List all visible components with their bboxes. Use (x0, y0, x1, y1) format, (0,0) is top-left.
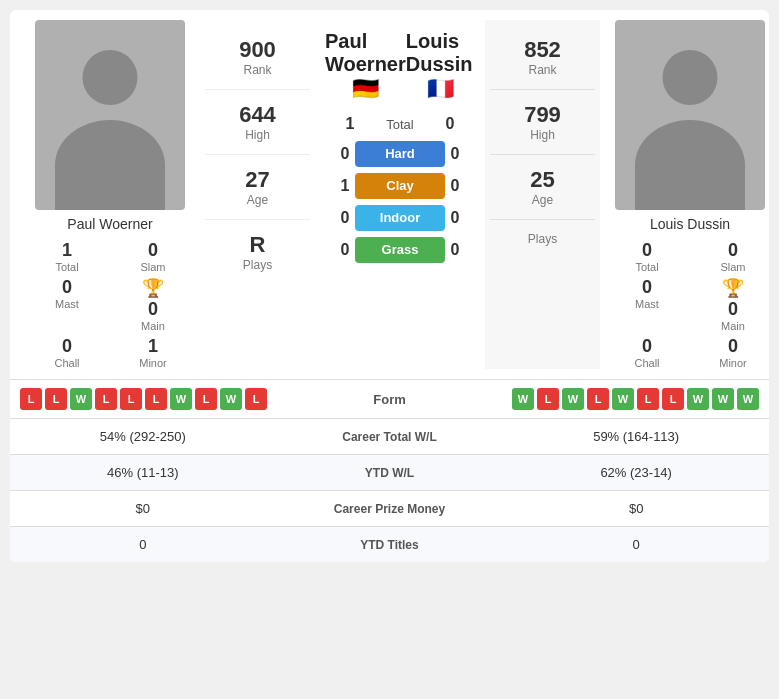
indoor-right: 0 (445, 209, 465, 227)
right-stats-grid: 0 Total 0 Slam 0 Mast 🏆 0 Main 0 (600, 240, 769, 369)
right-main-cell: 🏆 0 Main (696, 277, 769, 332)
left-high-value: 644 (210, 102, 305, 128)
right-mast-label: Mast (635, 298, 659, 310)
left-minor-label: Minor (139, 357, 167, 369)
avatar-head-right (663, 50, 718, 105)
indoor-row: 0 Indoor 0 (335, 205, 465, 231)
form-badge-left: L (245, 388, 267, 410)
right-plays-block: Plays (490, 220, 595, 258)
form-badges-left: LLWLLLWLWL (20, 388, 340, 410)
hard-right: 0 (445, 145, 465, 163)
left-high-label: High (210, 128, 305, 142)
right-rank-value: 852 (495, 37, 590, 63)
right-player-avatar (615, 20, 765, 210)
left-plays-block: R Plays (205, 220, 310, 284)
right-total-value: 0 (642, 240, 652, 261)
left-age-block: 27 Age (205, 155, 310, 220)
stat-left-value: 0 (10, 527, 276, 563)
left-total-label: Total (55, 261, 78, 273)
left-total-cell: 1 Total (30, 240, 104, 273)
form-badge-left: L (95, 388, 117, 410)
form-badge-left: W (220, 388, 242, 410)
right-rank-label: Rank (495, 63, 590, 77)
right-slam-cell: 0 Slam (696, 240, 769, 273)
left-slam-cell: 0 Slam (116, 240, 190, 273)
grass-button[interactable]: Grass (355, 237, 445, 263)
right-slam-label: Slam (720, 261, 745, 273)
right-mast-cell: 0 Mast (610, 277, 684, 332)
right-slam-value: 0 (728, 240, 738, 261)
right-trophy-icon: 🏆 (722, 277, 744, 299)
left-age-value: 27 (210, 167, 305, 193)
form-badges-right: WLWLWLLWWW (440, 388, 760, 410)
left-name-flag: Paul Woerner 🇩🇪 (325, 30, 406, 102)
left-player-avatar (35, 20, 185, 210)
avatar-body-left (55, 120, 165, 210)
form-badge-right: L (587, 388, 609, 410)
total-left: 1 (340, 115, 360, 133)
form-badge-left: L (45, 388, 67, 410)
left-player-name: Paul Woerner (67, 216, 152, 232)
right-player-name-big: Louis Dussin (406, 30, 475, 76)
stat-right-value: 0 (503, 527, 769, 563)
right-minor-cell: 0 Minor (696, 336, 769, 369)
left-detail-panel: 900 Rank 644 High 27 Age R Plays (200, 20, 315, 369)
career-stats-table: 54% (292-250) Career Total W/L 59% (164-… (10, 418, 769, 562)
stat-left-value: 54% (292-250) (10, 419, 276, 455)
right-rank-block: 852 Rank (490, 25, 595, 90)
right-total-label: Total (635, 261, 658, 273)
stat-left-value: $0 (10, 491, 276, 527)
left-main-label: Main (141, 320, 165, 332)
right-age-value: 25 (495, 167, 590, 193)
right-flag: 🇫🇷 (427, 76, 454, 102)
left-slam-value: 0 (148, 240, 158, 261)
form-badge-right: W (612, 388, 634, 410)
center-section: Paul Woerner 🇩🇪 Louis Dussin 🇫🇷 1 Total … (315, 20, 485, 369)
indoor-button[interactable]: Indoor (355, 205, 445, 231)
left-minor-cell: 1 Minor (116, 336, 190, 369)
left-rank-block: 900 Rank (205, 25, 310, 90)
stat-center-label: YTD Titles (276, 527, 504, 563)
hard-row: 0 Hard 0 (335, 141, 465, 167)
right-detail-panel: 852 Rank 799 High 25 Age Plays (485, 20, 600, 369)
left-total-value: 1 (62, 240, 72, 261)
stat-right-value: 59% (164-113) (503, 419, 769, 455)
form-badge-left: L (20, 388, 42, 410)
form-badge-left: L (195, 388, 217, 410)
grass-right: 0 (445, 241, 465, 259)
total-right: 0 (440, 115, 460, 133)
main-card: Paul Woerner 1 Total 0 Slam 0 Mast 🏆 0 (10, 10, 769, 562)
clay-button[interactable]: Clay (355, 173, 445, 199)
form-badge-right: W (512, 388, 534, 410)
total-label: Total (370, 117, 430, 132)
left-age-label: Age (210, 193, 305, 207)
left-flag: 🇩🇪 (352, 76, 379, 102)
right-chall-value: 0 (642, 336, 652, 357)
stat-right-value: $0 (503, 491, 769, 527)
right-age-label: Age (495, 193, 590, 207)
clay-row: 1 Clay 0 (335, 173, 465, 199)
right-name-flag: Louis Dussin 🇫🇷 (406, 30, 475, 102)
left-player-panel: Paul Woerner 1 Total 0 Slam 0 Mast 🏆 0 (20, 20, 200, 369)
left-stats-grid: 1 Total 0 Slam 0 Mast 🏆 0 Main 0 (20, 240, 200, 369)
left-chall-value: 0 (62, 336, 72, 357)
right-mast-value: 0 (642, 277, 652, 298)
hard-button[interactable]: Hard (355, 141, 445, 167)
stat-left-value: 46% (11-13) (10, 455, 276, 491)
left-trophy-icon: 🏆 (142, 277, 164, 299)
form-badge-left: W (170, 388, 192, 410)
left-minor-value: 1 (148, 336, 158, 357)
clay-left: 1 (335, 177, 355, 195)
grass-row: 0 Grass 0 (335, 237, 465, 263)
indoor-left: 0 (335, 209, 355, 227)
form-badge-right: W (712, 388, 734, 410)
right-chall-label: Chall (634, 357, 659, 369)
left-rank-value: 900 (210, 37, 305, 63)
form-badge-right: L (662, 388, 684, 410)
left-plays-value: R (210, 232, 305, 258)
form-badge-right: W (562, 388, 584, 410)
form-badge-right: L (537, 388, 559, 410)
total-row: 1 Total 0 (315, 115, 485, 133)
avatar-head-left (83, 50, 138, 105)
right-high-block: 799 High (490, 90, 595, 155)
